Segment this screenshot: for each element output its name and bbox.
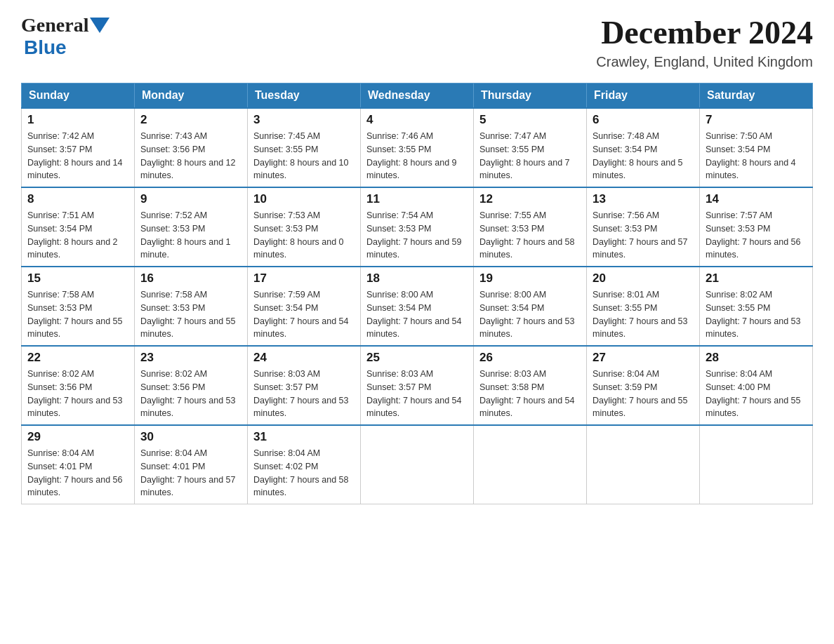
day-number: 6 bbox=[593, 113, 694, 127]
day-info: Sunrise: 7:58 AMSunset: 3:53 PMDaylight:… bbox=[27, 288, 128, 341]
calendar-cell: 17Sunrise: 7:59 AMSunset: 3:54 PMDayligh… bbox=[248, 267, 361, 346]
calendar-cell: 26Sunrise: 8:03 AMSunset: 3:58 PMDayligh… bbox=[474, 346, 587, 425]
day-info: Sunrise: 8:02 AMSunset: 3:56 PMDaylight:… bbox=[27, 368, 128, 420]
calendar-cell: 1Sunrise: 7:42 AMSunset: 3:57 PMDaylight… bbox=[22, 108, 135, 187]
calendar-cell: 4Sunrise: 7:46 AMSunset: 3:55 PMDaylight… bbox=[361, 108, 474, 187]
calendar-cell: 3Sunrise: 7:45 AMSunset: 3:55 PMDaylight… bbox=[248, 108, 361, 187]
day-info: Sunrise: 8:04 AMSunset: 4:02 PMDaylight:… bbox=[253, 447, 355, 499]
calendar-cell: 31Sunrise: 8:04 AMSunset: 4:02 PMDayligh… bbox=[248, 425, 361, 504]
day-info: Sunrise: 7:43 AMSunset: 3:56 PMDaylight:… bbox=[140, 130, 241, 182]
day-info: Sunrise: 8:03 AMSunset: 3:57 PMDaylight:… bbox=[253, 368, 355, 420]
calendar-cell: 10Sunrise: 7:53 AMSunset: 3:53 PMDayligh… bbox=[248, 187, 361, 267]
calendar-cell: 16Sunrise: 7:58 AMSunset: 3:53 PMDayligh… bbox=[135, 267, 248, 346]
calendar-cell: 12Sunrise: 7:55 AMSunset: 3:53 PMDayligh… bbox=[474, 187, 587, 267]
week-row-3: 15Sunrise: 7:58 AMSunset: 3:53 PMDayligh… bbox=[22, 267, 813, 346]
day-number: 15 bbox=[27, 271, 128, 286]
logo-blue-text: Blue bbox=[24, 36, 67, 59]
logo-triangle-icon bbox=[90, 18, 110, 33]
day-number: 12 bbox=[479, 192, 581, 206]
calendar-cell: 25Sunrise: 8:03 AMSunset: 3:57 PMDayligh… bbox=[361, 346, 474, 425]
day-info: Sunrise: 7:53 AMSunset: 3:53 PMDaylight:… bbox=[253, 209, 355, 262]
calendar-cell: 20Sunrise: 8:01 AMSunset: 3:55 PMDayligh… bbox=[587, 267, 700, 346]
day-number: 11 bbox=[366, 192, 468, 206]
calendar-subtitle: Crawley, England, United Kingdom bbox=[596, 54, 813, 70]
day-header-wednesday: Wednesday bbox=[361, 83, 474, 109]
day-info: Sunrise: 8:04 AMSunset: 3:59 PMDaylight:… bbox=[593, 368, 694, 420]
day-number: 23 bbox=[140, 351, 241, 365]
calendar-cell: 21Sunrise: 8:02 AMSunset: 3:55 PMDayligh… bbox=[700, 267, 813, 346]
day-info: Sunrise: 7:57 AMSunset: 3:53 PMDaylight:… bbox=[706, 209, 807, 262]
day-number: 22 bbox=[27, 351, 128, 365]
title-area: December 2024 Crawley, England, United K… bbox=[596, 14, 813, 70]
week-row-2: 8Sunrise: 7:51 AMSunset: 3:54 PMDaylight… bbox=[22, 187, 813, 267]
calendar-cell: 5Sunrise: 7:47 AMSunset: 3:55 PMDaylight… bbox=[474, 108, 587, 187]
calendar-cell: 23Sunrise: 8:02 AMSunset: 3:56 PMDayligh… bbox=[135, 346, 248, 425]
calendar-cell bbox=[474, 425, 587, 504]
calendar-cell: 9Sunrise: 7:52 AMSunset: 3:53 PMDaylight… bbox=[135, 187, 248, 267]
day-info: Sunrise: 8:00 AMSunset: 3:54 PMDaylight:… bbox=[479, 288, 581, 341]
day-number: 25 bbox=[366, 351, 468, 365]
day-number: 10 bbox=[253, 192, 355, 206]
day-info: Sunrise: 7:56 AMSunset: 3:53 PMDaylight:… bbox=[593, 209, 694, 262]
day-header-sunday: Sunday bbox=[22, 83, 135, 109]
day-info: Sunrise: 7:51 AMSunset: 3:54 PMDaylight:… bbox=[27, 209, 128, 262]
day-header-tuesday: Tuesday bbox=[248, 83, 361, 109]
day-header-saturday: Saturday bbox=[700, 83, 813, 109]
day-number: 19 bbox=[479, 271, 581, 286]
calendar-cell: 2Sunrise: 7:43 AMSunset: 3:56 PMDaylight… bbox=[135, 108, 248, 187]
day-info: Sunrise: 7:47 AMSunset: 3:55 PMDaylight:… bbox=[479, 130, 581, 182]
day-info: Sunrise: 8:02 AMSunset: 3:56 PMDaylight:… bbox=[140, 368, 241, 420]
calendar-cell: 18Sunrise: 8:00 AMSunset: 3:54 PMDayligh… bbox=[361, 267, 474, 346]
day-number: 2 bbox=[140, 113, 241, 127]
day-number: 26 bbox=[479, 351, 581, 365]
day-number: 17 bbox=[253, 271, 355, 286]
calendar-cell bbox=[587, 425, 700, 504]
day-header-monday: Monday bbox=[135, 83, 248, 109]
calendar-cell: 7Sunrise: 7:50 AMSunset: 3:54 PMDaylight… bbox=[700, 108, 813, 187]
calendar-cell: 29Sunrise: 8:04 AMSunset: 4:01 PMDayligh… bbox=[22, 425, 135, 504]
day-info: Sunrise: 8:04 AMSunset: 4:01 PMDaylight:… bbox=[27, 447, 128, 499]
day-info: Sunrise: 7:52 AMSunset: 3:53 PMDaylight:… bbox=[140, 209, 241, 262]
logo: General Blue bbox=[21, 14, 111, 59]
day-number: 31 bbox=[253, 430, 355, 444]
calendar-cell: 15Sunrise: 7:58 AMSunset: 3:53 PMDayligh… bbox=[22, 267, 135, 346]
calendar-cell: 19Sunrise: 8:00 AMSunset: 3:54 PMDayligh… bbox=[474, 267, 587, 346]
week-row-5: 29Sunrise: 8:04 AMSunset: 4:01 PMDayligh… bbox=[22, 425, 813, 504]
logo-general-text: General bbox=[21, 14, 88, 36]
day-number: 9 bbox=[140, 192, 241, 206]
day-number: 20 bbox=[593, 271, 694, 286]
day-number: 8 bbox=[27, 192, 128, 206]
calendar-cell: 6Sunrise: 7:48 AMSunset: 3:54 PMDaylight… bbox=[587, 108, 700, 187]
day-info: Sunrise: 8:04 AMSunset: 4:00 PMDaylight:… bbox=[706, 368, 807, 420]
calendar-cell: 27Sunrise: 8:04 AMSunset: 3:59 PMDayligh… bbox=[587, 346, 700, 425]
day-info: Sunrise: 8:00 AMSunset: 3:54 PMDaylight:… bbox=[366, 288, 468, 341]
day-info: Sunrise: 7:58 AMSunset: 3:53 PMDaylight:… bbox=[140, 288, 241, 341]
day-info: Sunrise: 7:46 AMSunset: 3:55 PMDaylight:… bbox=[366, 130, 468, 182]
day-header-friday: Friday bbox=[587, 83, 700, 109]
day-number: 21 bbox=[706, 271, 807, 286]
day-info: Sunrise: 7:54 AMSunset: 3:53 PMDaylight:… bbox=[366, 209, 468, 262]
day-number: 14 bbox=[706, 192, 807, 206]
calendar-table: SundayMondayTuesdayWednesdayThursdayFrid… bbox=[21, 83, 813, 504]
day-number: 16 bbox=[140, 271, 241, 286]
day-number: 7 bbox=[706, 113, 807, 127]
header: General Blue December 2024 Crawley, Engl… bbox=[21, 14, 813, 70]
header-row: SundayMondayTuesdayWednesdayThursdayFrid… bbox=[22, 83, 813, 109]
day-number: 29 bbox=[27, 430, 128, 444]
calendar-cell: 11Sunrise: 7:54 AMSunset: 3:53 PMDayligh… bbox=[361, 187, 474, 267]
calendar-cell bbox=[700, 425, 813, 504]
day-number: 24 bbox=[253, 351, 355, 365]
day-info: Sunrise: 8:03 AMSunset: 3:57 PMDaylight:… bbox=[366, 368, 468, 420]
day-info: Sunrise: 8:04 AMSunset: 4:01 PMDaylight:… bbox=[140, 447, 241, 499]
day-number: 3 bbox=[253, 113, 355, 127]
week-row-1: 1Sunrise: 7:42 AMSunset: 3:57 PMDaylight… bbox=[22, 108, 813, 187]
calendar-cell: 24Sunrise: 8:03 AMSunset: 3:57 PMDayligh… bbox=[248, 346, 361, 425]
day-info: Sunrise: 7:45 AMSunset: 3:55 PMDaylight:… bbox=[253, 130, 355, 182]
week-row-4: 22Sunrise: 8:02 AMSunset: 3:56 PMDayligh… bbox=[22, 346, 813, 425]
day-number: 5 bbox=[479, 113, 581, 127]
calendar-cell: 28Sunrise: 8:04 AMSunset: 4:00 PMDayligh… bbox=[700, 346, 813, 425]
calendar-cell: 8Sunrise: 7:51 AMSunset: 3:54 PMDaylight… bbox=[22, 187, 135, 267]
calendar-cell: 22Sunrise: 8:02 AMSunset: 3:56 PMDayligh… bbox=[22, 346, 135, 425]
day-info: Sunrise: 7:42 AMSunset: 3:57 PMDaylight:… bbox=[27, 130, 128, 182]
day-info: Sunrise: 8:03 AMSunset: 3:58 PMDaylight:… bbox=[479, 368, 581, 420]
